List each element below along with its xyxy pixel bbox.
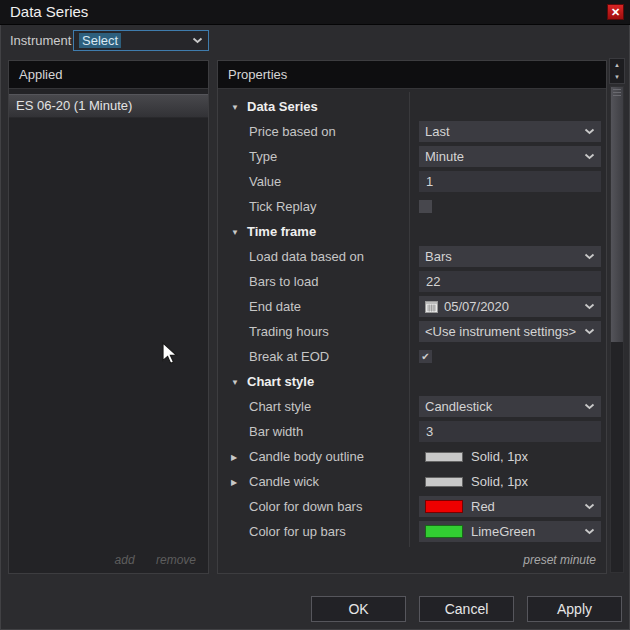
property-label: Load data based on	[249, 249, 364, 264]
scroll-up-icon: ▲	[614, 62, 620, 68]
category-label: Time frame	[247, 224, 316, 239]
scroll-up-button[interactable]: ▲	[610, 59, 624, 71]
title-bar[interactable]: Data Series ✕	[0, 0, 630, 25]
data-series-dialog: Data Series ✕ Instrument Select Applied …	[0, 0, 630, 630]
property-row-tick-replay: Tick Replay	[218, 194, 606, 219]
line-swatch	[425, 452, 463, 462]
end-date-select[interactable]: 05/07/2020	[419, 296, 601, 317]
properties-panel: Properties ▼Data SeriesPrice based onLas…	[217, 60, 607, 574]
property-value-cell: Minute	[419, 144, 601, 169]
property-label: Color for down bars	[249, 499, 362, 514]
cancel-button[interactable]: Cancel	[419, 596, 514, 622]
property-row-candle-wick: ▶Candle wickSolid, 1px	[218, 469, 606, 494]
property-label: Trading hours	[249, 324, 329, 339]
property-row-end-date: End date05/07/2020	[218, 294, 606, 319]
window-title: Data Series	[10, 0, 88, 24]
expand-triangle-icon[interactable]: ▶	[231, 477, 237, 486]
applied-panel-header: Applied	[9, 61, 208, 89]
property-label: Price based on	[249, 124, 336, 139]
property-row-type: TypeMinute	[218, 144, 606, 169]
applied-footer: add remove	[97, 553, 196, 567]
scroll-spinner: ▲ ▼	[609, 58, 625, 84]
scroll-down-button[interactable]: ▼	[610, 71, 624, 83]
applied-panel: Applied ES 06-20 (1 Minute) add remove	[8, 60, 209, 574]
property-label: Bar width	[249, 424, 303, 439]
collapse-triangle-icon[interactable]: ▼	[231, 227, 239, 236]
property-label: Candle wick	[249, 474, 319, 489]
property-value-cell: ✔	[419, 344, 601, 369]
chevron-down-icon	[584, 128, 595, 135]
calendar-icon	[425, 301, 438, 313]
category-label: Chart style	[247, 374, 314, 389]
property-value-cell: Solid, 1px	[419, 444, 601, 469]
chevron-down-icon	[584, 328, 595, 335]
applied-list: ES 06-20 (1 Minute)	[9, 94, 208, 118]
property-value-cell: Solid, 1px	[419, 469, 601, 494]
chevron-down-icon	[192, 37, 203, 44]
scroll-down-icon: ▼	[614, 74, 620, 80]
property-value-cell: 3	[419, 419, 601, 444]
value-input[interactable]: 1	[419, 171, 601, 192]
remove-link[interactable]: remove	[156, 553, 196, 567]
load-data-based-on-select[interactable]: Bars	[419, 246, 601, 267]
preset-link[interactable]: preset minute	[523, 553, 596, 567]
property-label: End date	[249, 299, 301, 314]
property-label: Break at EOD	[249, 349, 329, 364]
instrument-selected-value: Select	[79, 33, 121, 48]
collapse-triangle-icon[interactable]: ▼	[231, 377, 239, 386]
property-label: Candle body outline	[249, 449, 364, 464]
property-row-time-frame: ▼Time frame	[218, 219, 606, 244]
property-row-chart-style: ▼Chart style	[218, 369, 606, 394]
property-row-chart-style: Chart styleCandlestick	[218, 394, 606, 419]
scrollbar-grip	[613, 89, 621, 96]
instrument-label: Instrument	[10, 27, 71, 54]
chart-style-select[interactable]: Candlestick	[419, 396, 601, 417]
break-at-eod-checkbox[interactable]: ✔	[419, 350, 432, 363]
property-label: Type	[249, 149, 277, 164]
type-select[interactable]: Minute	[419, 146, 601, 167]
color-for-down-bars-select[interactable]: Red	[419, 496, 601, 517]
add-link[interactable]: add	[115, 553, 135, 567]
color-swatch	[425, 500, 463, 513]
property-label: Color for up bars	[249, 524, 346, 539]
property-row-color-for-up-bars: Color for up barsLimeGreen	[218, 519, 606, 544]
price-based-on-select[interactable]: Last	[419, 121, 601, 142]
property-row-color-for-down-bars: Color for down barsRed	[218, 494, 606, 519]
category-label: Data Series	[247, 99, 318, 114]
bar-width-input[interactable]: 3	[419, 421, 601, 442]
scrollbar-thumb[interactable]	[611, 87, 623, 342]
property-row-bars-to-load: Bars to load22	[218, 269, 606, 294]
property-row-load-data-based-on: Load data based onBars	[218, 244, 606, 269]
property-value-cell: <Use instrument settings>	[419, 319, 601, 344]
candle-body-outline-style[interactable]: Solid, 1px	[425, 449, 528, 464]
apply-button[interactable]: Apply	[527, 596, 622, 622]
property-row-candle-body-outline: ▶Candle body outlineSolid, 1px	[218, 444, 606, 469]
properties-scrollbar: ▲ ▼	[609, 58, 626, 574]
property-value-cell	[419, 194, 601, 219]
property-row-price-based-on: Price based onLast	[218, 119, 606, 144]
tick-replay-checkbox[interactable]	[419, 200, 432, 213]
scrollbar-track[interactable]	[610, 86, 624, 573]
checkmark-icon: ✔	[421, 352, 429, 362]
dialog-buttons: OK Cancel Apply	[311, 596, 622, 622]
candle-wick-style[interactable]: Solid, 1px	[425, 474, 528, 489]
applied-series-item[interactable]: ES 06-20 (1 Minute)	[9, 94, 208, 118]
properties-grid: ▼Data SeriesPrice based onLastTypeMinute…	[218, 94, 606, 544]
bars-to-load-input[interactable]: 22	[419, 271, 601, 292]
property-label: Value	[249, 174, 281, 189]
property-row-bar-width: Bar width3	[218, 419, 606, 444]
chevron-down-icon	[584, 253, 595, 260]
chevron-down-icon	[584, 153, 595, 160]
color-for-up-bars-select[interactable]: LimeGreen	[419, 521, 601, 542]
instrument-select[interactable]: Select	[73, 30, 209, 51]
collapse-triangle-icon[interactable]: ▼	[231, 102, 239, 111]
property-value-cell: Bars	[419, 244, 601, 269]
close-button[interactable]: ✕	[607, 4, 624, 20]
expand-triangle-icon[interactable]: ▶	[231, 452, 237, 461]
property-value-cell: 05/07/2020	[419, 294, 601, 319]
ok-button[interactable]: OK	[311, 596, 406, 622]
property-row-trading-hours: Trading hours<Use instrument settings>	[218, 319, 606, 344]
chevron-down-icon	[584, 303, 595, 310]
property-row-data-series: ▼Data Series	[218, 94, 606, 119]
trading-hours-select[interactable]: <Use instrument settings>	[419, 321, 601, 342]
